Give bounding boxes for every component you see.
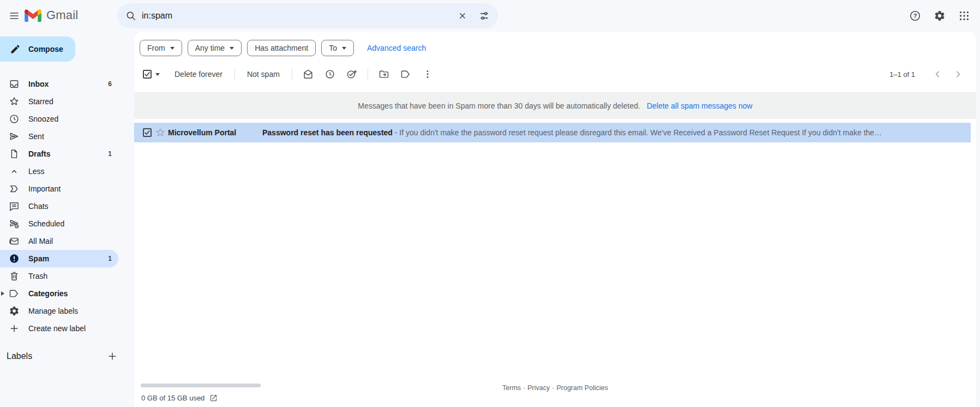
sidebar-item-all-mail[interactable]: All Mail [0,232,118,250]
hamburger-icon [9,10,20,21]
terms-link[interactable]: Terms [502,384,521,392]
close-icon [458,11,467,21]
snooze-button[interactable] [319,63,341,85]
sidebar-item-categories[interactable]: Categories [0,285,118,302]
sidebar-nav: Inbox 6 Starred Snoozed Sent Drafts 1 Le… [0,75,134,337]
folder-move-icon [378,69,389,80]
sidebar-item-drafts[interactable]: Drafts 1 [0,145,118,163]
sidebar-item-important[interactable]: Important [0,180,118,197]
clock-icon [9,113,20,124]
expand-triangle-icon[interactable] [1,291,4,296]
more-options-button[interactable] [417,63,438,85]
spam-notice-text: Messages that have been in Spam more tha… [358,101,640,110]
advanced-search-link[interactable]: Advanced search [367,44,426,52]
pagination: 1–1 of 1 [889,62,969,86]
drafts-count: 1 [108,150,118,158]
select-all-control[interactable] [143,70,160,79]
mark-as-read-button[interactable] [297,63,319,85]
google-apps-button[interactable] [953,5,975,27]
plus-icon [107,351,118,362]
help-icon: ? [909,10,921,22]
top-bar: Gmail ? [0,0,980,32]
privacy-link[interactable]: Privacy [527,384,550,392]
mail-list-panel: From Any time Has attachment To Advanced… [134,32,976,407]
newer-page-button[interactable] [927,64,948,85]
draft-icon [9,148,20,159]
plus-icon [9,323,20,334]
footer-legal-links: Terms·Privacy·Program Policies [134,384,976,392]
create-label-button[interactable] [104,348,121,365]
compose-button[interactable]: Compose [0,37,75,62]
filter-chip-has-attachment[interactable]: Has attachment [247,40,316,56]
delete-forever-button[interactable]: Delete forever [167,65,230,83]
external-link-icon[interactable] [209,394,218,402]
toolbar-divider [368,69,368,80]
gear-icon [9,306,20,316]
inbox-icon [9,79,20,89]
spam-notice-banner: Messages that have been in Spam more tha… [134,92,976,119]
more-vert-icon [422,69,433,80]
sidebar-item-trash[interactable]: Trash [0,267,118,285]
email-sender: Microvellum Portal [168,128,262,137]
compose-label: Compose [28,45,63,53]
sidebar-item-scheduled[interactable]: Scheduled [0,215,118,232]
gmail-m-icon [25,9,41,22]
program-policies-link[interactable]: Program Policies [556,384,608,392]
sidebar: Compose Inbox 6 Starred Snoozed Sent Dra… [0,32,134,407]
scheduled-send-icon [9,218,20,229]
sidebar-item-snoozed[interactable]: Snoozed [0,110,118,128]
search-bar [117,3,498,28]
clear-search-button[interactable] [452,5,473,27]
task-check-plus-icon [346,69,357,80]
move-to-button[interactable] [373,63,395,85]
storage-usage-text: 0 GB of 15 GB used [141,394,205,402]
search-button[interactable] [120,5,142,27]
search-input[interactable] [142,11,452,21]
tag-icon [9,288,20,299]
email-row[interactable]: Microvellum Portal Password reset has be… [134,123,971,142]
svg-text:?: ? [913,13,917,19]
sidebar-item-less[interactable]: Less [0,163,118,180]
sidebar-item-spam[interactable]: Spam 1 [0,250,118,267]
support-button[interactable]: ? [904,5,926,27]
storage-usage: 0 GB of 15 GB used [141,394,218,402]
spam-report-icon [9,253,20,264]
chat-icon [9,201,20,212]
sidebar-item-create-new-label[interactable]: Create new label [0,320,118,337]
filter-chip-to[interactable]: To [321,40,354,56]
delete-all-spam-link[interactable]: Delete all spam messages now [647,101,753,110]
gmail-logo[interactable]: Gmail [25,8,78,22]
older-page-button[interactable] [948,64,969,85]
label-as-button[interactable] [395,63,417,85]
email-checkbox[interactable] [143,128,152,137]
filter-chip-from[interactable]: From [140,40,182,56]
sidebar-item-manage-labels[interactable]: Manage labels [0,302,118,320]
toolbar-divider [292,69,292,80]
dot-separator: · [521,384,527,392]
filter-chip-any-time[interactable]: Any time [188,40,242,56]
open-envelope-icon [303,69,314,80]
select-all-checkbox[interactable] [143,70,152,79]
pagination-count: 1–1 of 1 [889,70,915,79]
gmail-wordmark: Gmail [46,8,78,22]
sidebar-item-sent[interactable]: Sent [0,128,118,145]
sidebar-item-inbox[interactable]: Inbox 6 [0,75,118,93]
email-subject: Password reset has been requested [262,128,393,137]
label-tag-icon [400,69,411,80]
main-menu-button[interactable] [3,5,25,27]
chevron-left-icon [932,69,943,80]
chevron-right-icon [953,69,964,80]
apps-grid-icon [958,10,970,22]
chevron-down-icon[interactable] [155,73,160,76]
add-to-tasks-button[interactable] [341,63,363,85]
not-spam-button[interactable]: Not spam [240,65,287,83]
list-toolbar: Delete forever Not spam [134,62,976,86]
settings-button[interactable] [929,5,951,27]
trash-icon [9,271,20,282]
search-filter-chips: From Any time Has attachment To Advanced… [140,40,426,56]
search-options-button[interactable] [473,5,495,27]
star-toggle-icon[interactable] [155,127,166,138]
spam-count: 1 [108,255,118,262]
sidebar-item-chats[interactable]: Chats [0,197,118,215]
sidebar-item-starred[interactable]: Starred [0,93,118,110]
